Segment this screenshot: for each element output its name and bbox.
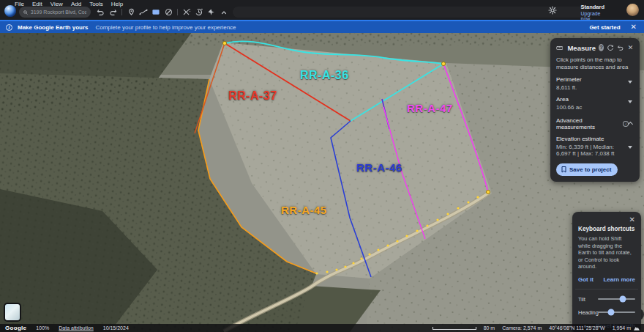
toolbar [95,6,229,18]
loading-progress-bar [0,20,644,21]
bookmark-icon [561,166,566,173]
banner-title: Make Google Earth yours [18,24,88,31]
terrain-graphic [0,0,644,332]
search-icon [23,10,28,15]
google-earth-logo[interactable] [4,5,16,17]
status-bar: Google 100% Data attribution 10/15/2024 … [0,324,644,332]
info-icon: i [6,24,12,31]
map-canvas[interactable]: RR-A-37 RR-A-36 RR-A-47 RR-A-46 RR-A-45 [0,0,644,332]
google-earth-window: RR-A-37 RR-A-36 RR-A-47 RR-A-46 RR-A-45 … [0,0,644,332]
scale-bar [433,327,476,330]
perimeter-value: 8,611 ft. [556,84,634,91]
plan-name: Standard [580,4,604,10]
search-input[interactable]: 3199 Rockport Blvd, Coalville, UT [19,7,91,18]
area-value: 100.66 ac [556,104,634,111]
tilt-slider[interactable] [598,298,635,300]
get-started-button[interactable]: Get started [589,24,620,31]
header-inactive-field [233,7,589,18]
measure-icon[interactable] [181,7,192,18]
area-row: Area 100.66 ac [556,96,634,111]
heading-slider-thumb[interactable] [607,309,614,316]
data-attribution-link[interactable]: Data attribution [59,325,93,331]
perimeter-label: Perimeter [556,76,634,83]
tilt-slider-thumb[interactable] [620,296,626,303]
toolbar-separator [121,9,122,15]
area-label: Area [556,96,634,103]
elevation-row: Elevation estimate Min: 6,339 ft | Media… [556,136,634,157]
user-avatar[interactable] [626,4,639,16]
banner-close-icon[interactable]: ✕ [631,23,637,31]
advanced-measurements-toggle[interactable]: Advanced measurements i [556,117,634,130]
tilt-label: Tilt [578,296,598,303]
got-it-button[interactable]: Got it [578,276,594,283]
perimeter-row: Perimeter 8,611 ft. [556,76,634,91]
elevation-unit-dropdown-icon[interactable] [628,146,632,149]
imagery-date: 10/15/2024 [103,325,129,331]
heading-control: Heading [578,309,635,316]
close-measure-icon[interactable]: ✕ [627,43,634,52]
elevation-label: Elevation estimate [556,136,634,142]
terrain-icon [634,325,640,331]
perimeter-unit-dropdown-icon[interactable] [628,81,632,84]
elevation-value: Min: 6,339 ft | Median: 6,697 ft | Max: … [556,144,634,157]
learn-more-button[interactable]: Learn more [603,276,635,283]
heading-label: Heading [578,309,598,316]
slides-icon[interactable] [151,7,161,18]
cursor-elevation: 1,954 m [613,325,631,331]
help-icon[interactable]: ? [599,44,604,51]
undo-measure-icon[interactable] [617,43,624,52]
menu-file[interactable]: File [15,1,24,7]
measure-instruction: Click points on the map to measure dista… [556,56,634,71]
google-wordmark: Google [5,325,26,331]
popup-close-icon[interactable]: ✕ [578,216,635,224]
cursor-coordinates: 40°46'08"N 111°25'28"W [549,325,604,331]
ruler-icon [556,45,563,51]
undo-icon[interactable] [95,7,105,18]
redo-icon[interactable] [108,7,118,18]
popup-divider [575,289,638,289]
path-icon[interactable] [138,7,149,18]
collapse-toolbar-icon[interactable] [219,7,229,18]
scale-label: 80 m [484,325,495,331]
shortcuts-title: Keyboard shortcuts [578,226,635,232]
settings-gear-icon[interactable] [547,5,558,15]
refresh-icon[interactable] [607,43,614,52]
tilt-control: Tilt [578,296,635,303]
search-placeholder: 3199 Rockport Blvd, Coalville, UT [31,10,86,15]
heading-slider[interactable] [598,311,635,313]
voyager-icon[interactable] [163,7,173,18]
save-to-project-button[interactable]: Save to project [556,163,618,176]
placemark-icon[interactable] [126,7,136,18]
preview-thumbnail[interactable] [4,303,21,322]
imagery-zoom-level: 100% [36,325,49,331]
toolbar-separator [177,9,178,15]
keyboard-shortcuts-popup: ✕ Keyboard shortcuts You can hold Shift … [572,212,641,332]
chevron-up-icon [628,122,633,127]
area-unit-dropdown-icon[interactable] [628,100,632,103]
app-header: File Edit View Add Tools Help 3199 Rockp… [0,0,644,21]
historical-imagery-icon[interactable] [194,7,204,18]
measure-panel-title: Measure [567,44,596,52]
shortcuts-body: You can hold Shift while dragging the Ea… [578,235,635,270]
profile-banner: i Make Google Earth yours Complete your … [0,21,644,33]
feeling-lucky-icon[interactable] [206,7,217,18]
plan-status[interactable]: Standard Upgrade now [580,4,604,21]
measure-panel: Measure ? ✕ Click points on the map to m… [550,38,640,182]
camera-altitude: Camera: 2,574 m [502,325,542,331]
banner-subtitle: Complete your profile to help improve yo… [95,24,236,31]
advanced-label: Advanced measurements [556,117,621,130]
